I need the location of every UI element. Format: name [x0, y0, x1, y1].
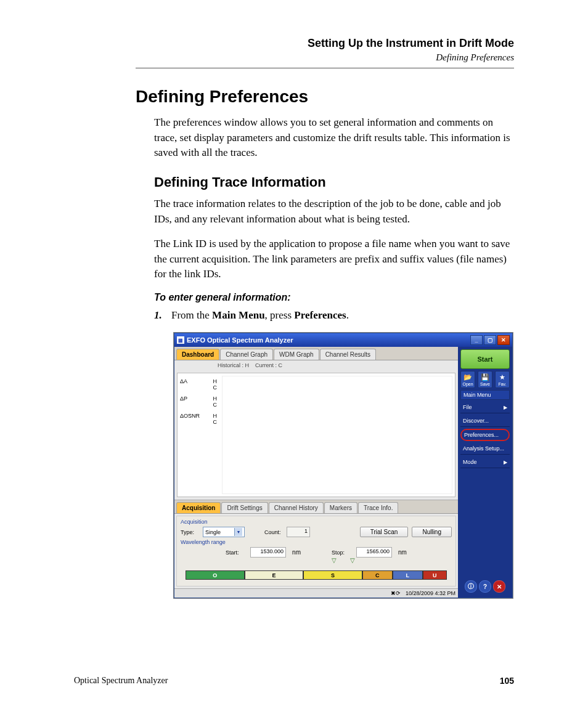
bottom-tabs: Acquisition Drift Settings Channel Histo… — [174, 500, 458, 514]
statusbar: ✖⟳ 10/28/2009 4:32 PM — [174, 588, 458, 598]
band-c[interactable]: C — [362, 570, 393, 580]
chevron-down-icon: ▼ — [234, 528, 242, 536]
tab-channel-history[interactable]: Channel History — [269, 502, 324, 513]
stop-marker-icon[interactable]: ▽ — [350, 557, 355, 564]
stop-label: Stop: — [332, 550, 350, 556]
tab-markers[interactable]: Markers — [324, 502, 357, 513]
start-marker-icon[interactable]: ▽ — [332, 557, 337, 564]
body-paragraph-2: The trace information relates to the des… — [154, 197, 514, 227]
body-paragraph-3: The Link ID is used by the application t… — [154, 237, 514, 282]
side-icon-row: 📂Open 💾Save ★Fav. — [460, 371, 510, 388]
acq-group-label: Acquisition — [181, 519, 452, 525]
nulling-button[interactable]: Nulling — [412, 527, 452, 537]
trial-scan-button[interactable]: Trial Scan — [360, 527, 409, 537]
band-o[interactable]: O — [186, 570, 245, 580]
status-timestamp: 10/28/2009 4:32 PM — [406, 590, 455, 596]
main-area: Dashboard Channel Graph WDM Graph Channe… — [174, 347, 458, 598]
count-field[interactable]: 1 — [287, 527, 310, 537]
page-header: Setting Up the Instrument in Drift Mode … — [136, 37, 514, 68]
band-bar: O E S C L U — [186, 570, 447, 580]
chart-empty-area — [222, 376, 452, 494]
band-e[interactable]: E — [245, 570, 304, 580]
start-field[interactable]: 1530.000 — [250, 547, 286, 558]
acquisition-panel: Acquisition Type: Single ▼ Count: 1 Tria… — [176, 516, 456, 586]
triangle-right-icon: ▶ — [504, 405, 507, 410]
save-button[interactable]: 💾Save — [478, 371, 492, 388]
menu-mode[interactable]: Mode▶ — [460, 456, 510, 468]
nm-unit: nm — [398, 549, 407, 556]
page-footer: Optical Spectrum Analyzer 105 — [74, 676, 514, 686]
top-tabs: Dashboard Channel Graph WDM Graph Channe… — [174, 347, 458, 360]
help-button[interactable]: ? — [479, 580, 491, 593]
step-number: 1. — [154, 309, 165, 322]
window-title: EXFO Optical Spectrum Analyzer — [187, 336, 470, 344]
band-l[interactable]: L — [393, 570, 423, 580]
start-label: Start: — [226, 550, 244, 556]
chart-row-labels: ΔAHC ΔPHC ΔOSNRHC — [178, 373, 219, 497]
wavelength-group-label: Wavelength range — [181, 539, 452, 545]
band-s[interactable]: S — [303, 570, 362, 580]
window-titlebar: ▦ EXFO Optical Spectrum Analyzer _ ▢ ✕ — [174, 333, 512, 347]
main-menu-label: Main Menu — [460, 390, 510, 400]
tab-channel-graph[interactable]: Channel Graph — [220, 349, 273, 360]
chart-legend: Historical : H Current : C — [174, 360, 458, 370]
app-screenshot: ▦ EXFO Optical Spectrum Analyzer _ ▢ ✕ D… — [174, 333, 513, 598]
maximize-button[interactable]: ▢ — [484, 335, 496, 345]
info-button[interactable]: ⓘ — [465, 580, 477, 593]
chapter-title: Setting Up the Instrument in Drift Mode — [136, 37, 514, 50]
minimize-button[interactable]: _ — [470, 335, 483, 345]
menu-preferences[interactable]: Preferences... — [460, 429, 510, 441]
triangle-right-icon: ▶ — [504, 460, 507, 465]
section-heading: Defining Preferences — [136, 87, 514, 107]
type-label: Type: — [181, 529, 199, 535]
band-u[interactable]: U — [423, 570, 447, 580]
tab-acquisition[interactable]: Acquisition — [176, 502, 221, 513]
stop-field[interactable]: 1565.000 — [356, 547, 392, 558]
tab-drift-settings[interactable]: Drift Settings — [221, 502, 267, 513]
tab-trace-info[interactable]: Trace Info. — [358, 502, 398, 513]
menu-analysis-setup[interactable]: Analysis Setup... — [460, 443, 510, 455]
close-button[interactable]: ✕ — [497, 335, 510, 345]
app-icon: ▦ — [177, 336, 184, 344]
step-1: 1. From the Main Menu, press Preferences… — [154, 309, 514, 322]
tab-dashboard[interactable]: Dashboard — [176, 349, 219, 360]
footer-book-title: Optical Spectrum Analyzer — [74, 676, 168, 686]
tab-channel-results[interactable]: Channel Results — [320, 349, 376, 360]
status-icon: ✖⟳ — [391, 590, 401, 596]
subsection-heading: Defining Trace Information — [154, 174, 514, 190]
step-text: From the Main Menu, press Preferences. — [171, 309, 349, 322]
start-button[interactable]: Start — [460, 349, 510, 369]
type-combo[interactable]: Single ▼ — [203, 527, 245, 537]
app-body: Dashboard Channel Graph WDM Graph Channe… — [174, 347, 512, 598]
exit-button[interactable]: ✕ — [493, 580, 505, 593]
side-panel: Start 📂Open 💾Save ★Fav. Main Menu File▶ … — [458, 347, 512, 598]
side-bottom-icons: ⓘ ? ✕ — [460, 578, 510, 595]
count-label: Count: — [264, 529, 283, 535]
menu-file[interactable]: File▶ — [460, 402, 510, 413]
instruction-heading: To enter general information: — [154, 292, 514, 303]
chart-panel: ΔAHC ΔPHC ΔOSNRHC — [177, 373, 455, 497]
star-icon: ★ — [499, 373, 505, 381]
menu-discover[interactable]: Discover... — [460, 415, 510, 427]
body-paragraph-1: The preferences window allows you to set… — [154, 115, 514, 161]
footer-page-number: 105 — [500, 676, 514, 686]
open-button[interactable]: 📂Open — [460, 371, 475, 388]
window-buttons: _ ▢ ✕ — [470, 335, 510, 345]
fav-button[interactable]: ★Fav. — [495, 371, 510, 388]
save-disk-icon: 💾 — [481, 373, 489, 381]
wavelength-markers: ▽ ▽ — [186, 559, 447, 566]
tab-wdm-graph[interactable]: WDM Graph — [274, 349, 319, 360]
folder-open-icon: 📂 — [463, 373, 472, 381]
nm-unit: nm — [292, 549, 301, 556]
document-page: Setting Up the Instrument in Drift Mode … — [0, 0, 588, 714]
chapter-subtitle: Defining Preferences — [136, 52, 514, 63]
